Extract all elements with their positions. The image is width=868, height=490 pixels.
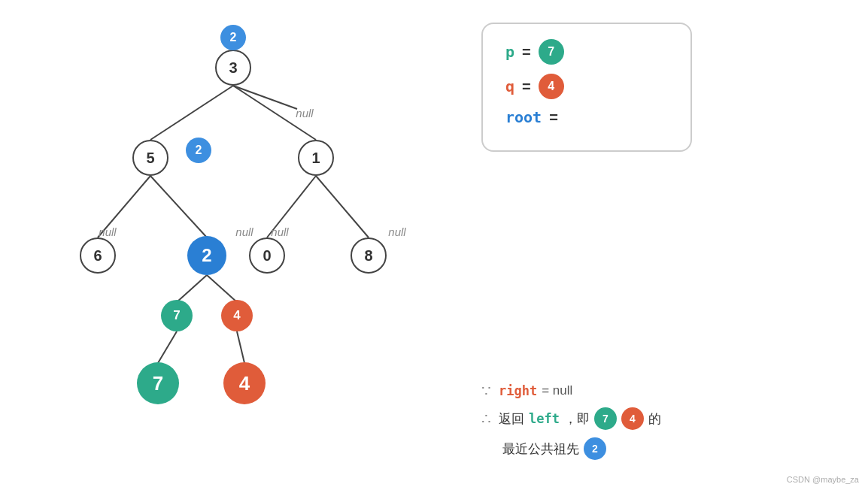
bullet-1: ∵ xyxy=(481,382,491,400)
equals-null-1: = null xyxy=(542,383,572,398)
right-keyword: right xyxy=(499,383,537,398)
left-keyword: left xyxy=(529,411,560,426)
bottom-info: ∵ right = null ∴ 返回 left ，即 7 4 的 最近公共祖先… xyxy=(481,382,853,467)
svg-line-5 xyxy=(316,176,369,237)
p-value-node: 7 xyxy=(539,39,564,65)
null-left-5: null xyxy=(99,225,116,238)
inline-2-node: 2 xyxy=(584,437,606,460)
q-equals: = xyxy=(522,78,531,95)
annotation-line-2: ∴ 返回 left ，即 7 4 的 xyxy=(481,407,853,430)
node-8: 8 xyxy=(351,237,387,274)
root-equals: = xyxy=(549,109,558,126)
root-label: root xyxy=(505,108,542,126)
null-right-1: null xyxy=(388,225,405,238)
node-7-small: 7 xyxy=(161,300,193,331)
svg-line-0 xyxy=(150,86,233,140)
svg-line-7 xyxy=(177,275,207,302)
node-7-large: 7 xyxy=(137,362,179,404)
root-row: root = xyxy=(505,108,668,126)
node-4-large: 4 xyxy=(223,362,266,404)
comma-text: ，即 xyxy=(564,410,590,428)
return-text: 返回 xyxy=(499,410,524,428)
q-value-node: 4 xyxy=(539,74,564,99)
main-container: 3 2 5 2 1 6 2 0 8 7 4 7 4 null null null… xyxy=(0,0,868,490)
tree-section: 3 2 5 2 1 6 2 0 8 7 4 7 4 null null null… xyxy=(0,0,466,490)
info-panel: p = 7 q = 4 root = xyxy=(481,23,692,152)
info-section: p = 7 q = 4 root = ∵ right = null xyxy=(466,0,868,490)
annotation-line-1: ∵ right = null xyxy=(481,382,853,400)
de-text: 的 xyxy=(648,410,661,428)
node-0: 0 xyxy=(249,237,285,274)
lca-text: 最近公共祖先 xyxy=(502,440,579,458)
p-label: p xyxy=(505,43,514,61)
watermark: CSDN @maybe_za xyxy=(787,475,859,484)
svg-line-3 xyxy=(150,176,207,237)
null-right: null xyxy=(296,107,313,119)
node-6: 6 xyxy=(80,237,116,274)
p-equals: = xyxy=(522,44,531,61)
q-row: q = 4 xyxy=(505,74,668,99)
node-4-small: 4 xyxy=(221,300,253,331)
inline-7-node: 7 xyxy=(594,407,617,430)
null-left-1: null xyxy=(271,225,288,238)
node-2-main: 2 xyxy=(187,236,226,275)
annotation-line-3: 最近公共祖先 2 xyxy=(481,437,853,460)
bullet-2: ∴ xyxy=(481,410,491,428)
svg-line-1 xyxy=(233,86,297,109)
node-1: 1 xyxy=(298,140,334,176)
svg-line-10 xyxy=(237,331,244,363)
node-3: 3 xyxy=(215,50,251,86)
q-label: q xyxy=(505,77,514,95)
svg-line-8 xyxy=(207,275,237,302)
p-row: p = 7 xyxy=(505,39,668,65)
svg-line-9 xyxy=(158,331,177,363)
node-5: 5 xyxy=(132,140,168,176)
null-mid-5: null xyxy=(235,225,253,238)
node-2-mid: 2 xyxy=(186,138,211,163)
inline-4-node: 4 xyxy=(621,407,644,430)
node-2-top: 2 xyxy=(220,25,246,50)
